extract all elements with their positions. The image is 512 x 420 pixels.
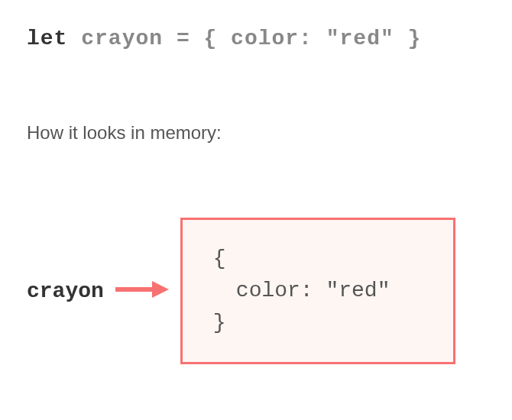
svg-marker-1 (152, 281, 169, 298)
pointer-label: crayon (27, 279, 104, 303)
memory-caption: How it looks in memory: (27, 122, 222, 144)
close-brace: } (213, 307, 423, 339)
equals-sign: = (177, 27, 190, 50)
variable-name: crayon (81, 27, 163, 50)
object-literal: { color: "red" } (204, 27, 422, 50)
code-declaration: let crayon = { color: "red" } (27, 27, 421, 50)
arrow-icon (115, 278, 169, 305)
object-content: color: "red" (213, 275, 423, 307)
open-brace: { (213, 243, 423, 275)
memory-diagram: crayon { color: "red" } (27, 218, 455, 364)
memory-box: { color: "red" } (180, 218, 455, 364)
keyword-let: let (27, 27, 67, 50)
